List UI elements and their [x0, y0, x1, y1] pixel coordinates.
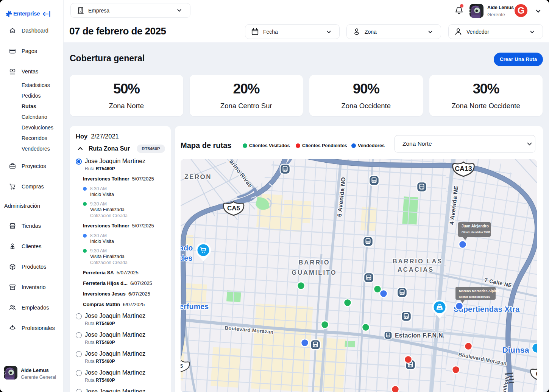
svg-text:CA13: CA13 — [455, 165, 472, 173]
svg-text:ado: ado — [181, 244, 193, 252]
svg-text:des: des — [181, 254, 192, 262]
svg-text:GUAMILITO: GUAMILITO — [292, 269, 337, 276]
svg-text:ZERON: ZERON — [184, 173, 212, 180]
svg-text:Marcos Mercedes Alpino: Marcos Mercedes Alpino — [459, 289, 499, 293]
svg-text:erfumes: erfumes — [181, 302, 209, 311]
svg-text:Estacion F.F.N.N.: Estacion F.F.N.N. — [395, 332, 445, 339]
svg-text:Diunsa: Diunsa — [502, 345, 529, 354]
svg-text:CA5: CA5 — [227, 205, 240, 212]
svg-text:5: 5 — [181, 363, 183, 369]
svg-text:CA: CA — [536, 370, 537, 377]
svg-text:BARRIO LAS: BARRIO LAS — [393, 258, 443, 264]
svg-text:ACACIAS: ACACIAS — [398, 266, 434, 273]
svg-text:Juan Alejandro: Juan Alejandro — [462, 224, 489, 228]
svg-text:BARRIO: BARRIO — [298, 259, 330, 266]
svg-text:Cliente atendidos:09/80: Cliente atendidos:09/80 — [459, 295, 490, 299]
svg-text:Cliente atendidos:09/80: Cliente atendidos:09/80 — [462, 231, 490, 233]
